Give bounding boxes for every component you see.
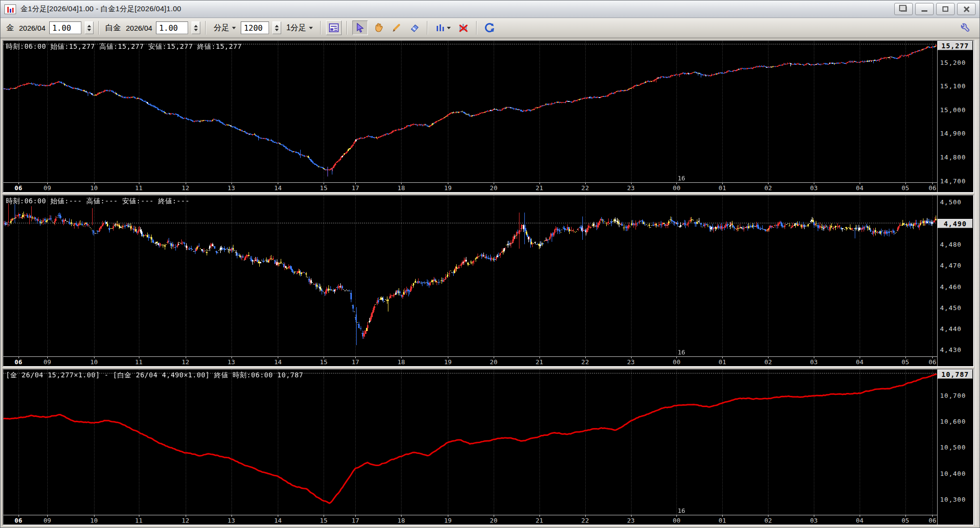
y-axis-tick: 10,300 xyxy=(940,496,966,503)
minimize-button[interactable] xyxy=(915,3,934,15)
y-axis-tick: 15,100 xyxy=(940,82,966,90)
bar-style-dropdown-button[interactable] xyxy=(433,20,453,35)
clear-chart-button[interactable] xyxy=(456,20,471,35)
x-axis-label: 05 xyxy=(902,517,909,524)
x-axis-label: 23 xyxy=(627,517,635,524)
x-axis-label: 23 xyxy=(627,184,635,192)
hand-tool-button[interactable] xyxy=(370,20,386,35)
x-axis-label: 15 xyxy=(320,517,327,524)
bars-count-spinner[interactable] xyxy=(272,21,281,34)
x-axis-label: 21 xyxy=(536,358,543,366)
interval-dropdown-label: 分足 xyxy=(213,23,229,33)
x-axis-label: 12 xyxy=(182,517,190,524)
x-axis-label: 14 xyxy=(274,358,282,366)
x-axis-tickmark xyxy=(186,183,186,184)
x-axis-label: 06 xyxy=(15,358,22,366)
chart-settings-icon xyxy=(328,22,339,33)
x-axis-tickmark xyxy=(814,357,814,358)
pencil-icon xyxy=(391,22,402,33)
window-title: 金1分足[2026/04]1.00 - 白金1分足[2026/04]1.00 xyxy=(20,4,892,14)
x-axis-label: 20 xyxy=(490,517,498,524)
day-change-marker: 16 xyxy=(677,349,685,356)
x-axis-tickmark xyxy=(278,515,278,517)
x-axis-label: 09 xyxy=(43,358,51,366)
x-axis-tickmark xyxy=(324,515,324,517)
platinum-plot-area[interactable]: 16 xyxy=(3,196,937,356)
spread-chart-canvas[interactable] xyxy=(3,370,937,515)
platinum-price-badge: 4,490 xyxy=(938,219,973,228)
x-axis-tickmark xyxy=(139,515,139,517)
gold-ratio-input[interactable] xyxy=(49,21,81,34)
x-axis-tickmark xyxy=(139,357,139,358)
x-axis-label: 13 xyxy=(228,358,235,366)
x-axis-label: 01 xyxy=(718,184,726,192)
gold-chart-canvas[interactable] xyxy=(3,41,937,182)
x-axis-label: 17 xyxy=(352,517,360,524)
x-axis-tickmark xyxy=(186,515,186,517)
app-icon xyxy=(4,4,16,14)
timeframe-dropdown[interactable]: 1分足 xyxy=(284,21,315,35)
cursor-tool-button[interactable] xyxy=(352,20,368,35)
eraser-tool-button[interactable] xyxy=(406,20,422,35)
gold-ratio-spinner[interactable] xyxy=(85,21,94,34)
chevron-down-icon xyxy=(309,27,313,29)
maximize-button[interactable] xyxy=(936,3,955,15)
x-axis-tickmark xyxy=(231,357,232,358)
bars-count-input[interactable] xyxy=(241,21,269,34)
x-axis-tickmark xyxy=(722,183,723,184)
wrench-icon xyxy=(959,22,971,34)
interval-dropdown[interactable]: 分足 xyxy=(211,21,238,35)
toolbar-separator xyxy=(98,21,99,35)
x-axis-label: 06 xyxy=(929,517,937,524)
platinum-price-axis: 4,4904,5004,4804,4704,4604,4504,4404,430 xyxy=(937,196,973,366)
x-axis-label: 06 xyxy=(929,184,937,192)
x-axis-label: 00 xyxy=(673,358,681,366)
x-axis-label: 12 xyxy=(182,358,190,366)
bar-style-icon xyxy=(436,23,445,33)
gold-plot-area[interactable]: 16 xyxy=(3,41,937,182)
hand-icon xyxy=(373,22,384,33)
x-axis-label: 06 xyxy=(15,517,22,524)
chart-panels: 16 時刻:06:00 始値:15,277 高値:15,277 安値:15,27… xyxy=(2,40,974,526)
x-axis-tickmark xyxy=(494,515,494,517)
y-axis-tick: 10,400 xyxy=(940,470,966,477)
close-button[interactable] xyxy=(957,3,976,15)
chevron-down-icon xyxy=(447,27,451,29)
platinum-ratio-input[interactable] xyxy=(156,21,188,34)
gold-chart-panel: 16 時刻:06:00 始値:15,277 高値:15,277 安値:15,27… xyxy=(2,40,974,193)
x-axis-label: 13 xyxy=(228,517,235,524)
close-icon xyxy=(963,6,970,13)
x-axis-tickmark xyxy=(722,357,723,358)
x-axis-tickmark xyxy=(47,183,48,184)
toolbar-separator xyxy=(320,21,321,35)
x-axis-label: 09 xyxy=(43,184,51,192)
spread-plot-area[interactable]: 16 xyxy=(3,370,937,515)
x-axis-tickmark xyxy=(19,183,19,184)
x-axis-label: 10 xyxy=(90,184,98,192)
app-window: 金1分足[2026/04]1.00 - 白金1分足[2026/04]1.00 金… xyxy=(0,0,980,528)
x-axis-tickmark xyxy=(585,357,586,358)
x-axis-tickmark xyxy=(448,515,448,517)
settings-wrench-button[interactable] xyxy=(957,20,973,35)
platinum-ratio-spinner[interactable] xyxy=(192,21,200,34)
x-axis-label: 04 xyxy=(856,517,864,524)
x-axis-tickmark xyxy=(19,515,19,517)
day-change-marker: 16 xyxy=(677,175,685,182)
platinum-chart-canvas[interactable] xyxy=(3,196,937,356)
x-axis-label: 11 xyxy=(135,358,143,366)
x-axis-label: 00 xyxy=(673,517,681,524)
x-axis-tickmark xyxy=(932,515,933,517)
x-axis-tickmark xyxy=(324,357,324,358)
pencil-tool-button[interactable] xyxy=(388,20,404,35)
x-axis-label: 11 xyxy=(135,184,143,192)
chart-area: 16 時刻:06:00 始値:15,277 高値:15,277 安値:15,27… xyxy=(0,39,980,528)
x-axis-tickmark xyxy=(94,183,95,184)
refresh-button[interactable]: B xyxy=(482,20,498,35)
x-axis-label: 20 xyxy=(490,184,498,192)
chart-settings-button[interactable] xyxy=(326,20,342,35)
spread-price-badge: 10,787 xyxy=(938,370,973,379)
x-axis-tickmark xyxy=(355,183,356,184)
x-axis-label: 04 xyxy=(856,358,864,366)
detach-window-button[interactable] xyxy=(894,3,913,15)
x-axis-tickmark xyxy=(768,515,769,517)
